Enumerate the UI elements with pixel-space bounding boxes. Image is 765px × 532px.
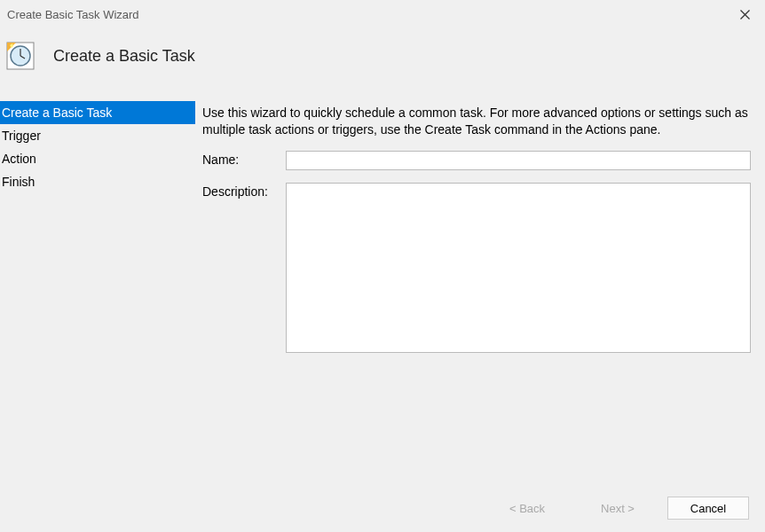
- sidebar-item-create-basic-task[interactable]: Create a Basic Task: [0, 101, 195, 124]
- wizard-steps-sidebar: Create a Basic Task Trigger Action Finis…: [0, 98, 195, 488]
- description-label: Description:: [202, 183, 286, 199]
- clock-icon: [5, 41, 35, 71]
- wizard-header: Create a Basic Task: [0, 28, 765, 98]
- titlebar: Create Basic Task Wizard: [0, 0, 765, 28]
- page-title: Create a Basic Task: [53, 47, 195, 66]
- window-title: Create Basic Task Wizard: [7, 8, 724, 21]
- intro-text: Use this wizard to quickly schedule a co…: [202, 105, 751, 138]
- sidebar-item-finish[interactable]: Finish: [0, 170, 195, 193]
- name-input[interactable]: [286, 151, 751, 170]
- back-button[interactable]: < Back: [486, 497, 568, 520]
- name-row: Name:: [202, 151, 751, 170]
- close-button[interactable]: [724, 0, 765, 28]
- wizard-window: Create Basic Task Wizard Create a Basic …: [0, 0, 765, 532]
- sidebar-item-action[interactable]: Action: [0, 147, 195, 170]
- cancel-button[interactable]: Cancel: [667, 497, 749, 520]
- next-button[interactable]: Next >: [577, 497, 659, 520]
- main-panel: Use this wizard to quickly schedule a co…: [195, 98, 765, 488]
- content-area: Create a Basic Task Trigger Action Finis…: [0, 98, 765, 488]
- description-textarea[interactable]: [286, 183, 751, 353]
- name-label: Name:: [202, 151, 286, 167]
- description-row: Description:: [202, 183, 751, 353]
- wizard-footer: < Back Next > Cancel: [0, 488, 765, 532]
- sidebar-item-trigger[interactable]: Trigger: [0, 124, 195, 147]
- close-icon: [740, 10, 750, 20]
